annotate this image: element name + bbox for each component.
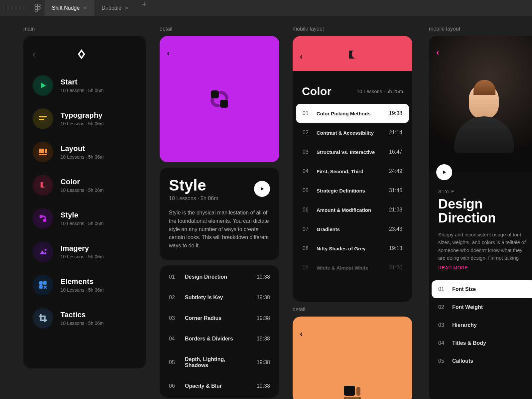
titlebar: Shift Nudge ✕ Dribbble ✕ + <box>0 0 532 16</box>
lesson-row[interactable]: 06Amount & Modification21:98 <box>296 200 409 219</box>
traffic-close-icon[interactable] <box>4 6 9 10</box>
svg-rect-13 <box>220 100 228 108</box>
svg-rect-12 <box>211 90 219 98</box>
section-meta: 10 Lessons · 5h 25m <box>357 88 403 94</box>
lesson-row[interactable]: 03Hierarchy <box>432 316 532 334</box>
lesson-title: Design Direction <box>438 197 529 225</box>
play-button[interactable] <box>436 164 452 180</box>
figma-app-icon <box>34 4 41 12</box>
frame-label-detail2[interactable]: detail <box>293 307 305 313</box>
svg-rect-9 <box>39 281 43 285</box>
back-icon[interactable]: ‹ <box>300 329 303 338</box>
color-card: Color 10 Lessons · 5h 25m 01Color Pickin… <box>293 76 412 277</box>
read-more-link[interactable]: READ MORE <box>438 265 529 270</box>
traffic-minimize-icon[interactable] <box>12 6 17 10</box>
svg-rect-16 <box>344 397 361 399</box>
frame-mobile-direction[interactable]: ‹ STYLE Design Direction Sloppy and inco… <box>429 36 532 399</box>
lesson-row[interactable]: 03Corner Radius19:38 <box>160 308 279 329</box>
back-icon[interactable]: ‹ <box>33 49 36 60</box>
category-meta: 10 Lessons · 5h 06m <box>61 121 104 126</box>
back-icon[interactable]: ‹ <box>167 49 170 58</box>
back-icon[interactable]: ‹ <box>436 47 439 58</box>
lesson-row[interactable]: 07Gradients23:43 <box>296 219 409 239</box>
frame-label-mobile2[interactable]: mobile layout <box>429 26 460 32</box>
direction-hero: ‹ <box>429 36 532 172</box>
tab-strip: Shift Nudge ✕ Dribbble ✕ + <box>45 0 152 16</box>
svg-rect-1 <box>39 116 47 117</box>
eyebrow: STYLE <box>438 189 529 194</box>
lesson-description: Sloppy and inconsistent usage of font si… <box>438 231 529 262</box>
lesson-row[interactable]: 04First, Second, Third24:49 <box>296 162 409 181</box>
lesson-row[interactable]: 02Subtlety is Key19:38 <box>160 287 279 308</box>
new-tab-button[interactable]: + <box>136 0 152 16</box>
frame-detail[interactable]: ‹ Style 10 Lessons · 5h 06m Style is the… <box>160 36 279 398</box>
lesson-row[interactable]: 01Color Picking Methods19:38 <box>296 104 409 123</box>
category-imagery[interactable]: Imagery10 Lessons · 5h 06m <box>29 239 140 265</box>
category-typography[interactable]: Typography10 Lessons · 5h 06m <box>29 106 140 132</box>
category-start[interactable]: Start10 Lessons · 5h 06m <box>29 72 140 98</box>
frame-label-mobile1[interactable]: mobile layout <box>293 26 324 32</box>
category-elements[interactable]: Elements10 Lessons · 5h 06m <box>29 272 140 298</box>
style-hero: ‹ <box>160 36 279 162</box>
svg-rect-7 <box>43 219 46 222</box>
color-lesson-list: 01Color Picking Methods19:38 02Contrast … <box>296 104 409 277</box>
elements-icon <box>33 275 53 295</box>
close-tab-icon[interactable]: ✕ <box>125 5 129 11</box>
lesson-row[interactable]: 05Depth, Lighting, Shadows19:38 <box>160 349 279 376</box>
lesson-row[interactable]: 08Nifty Shades of Grey19:13 <box>296 239 409 258</box>
lesson-row[interactable]: 09White & Almost White21:20 <box>296 258 409 277</box>
tab-dribbble[interactable]: Dribbble ✕ <box>94 0 136 16</box>
traffic-zoom-icon[interactable] <box>20 6 25 10</box>
color-hero: ‹ <box>293 36 412 71</box>
image-icon <box>33 241 53 262</box>
typography-icon <box>33 108 53 129</box>
style-icon <box>206 86 233 112</box>
svg-rect-14 <box>344 386 355 396</box>
section-meta: 10 Lessons · 5h 06m <box>169 196 218 201</box>
section-description: Style is the physical manifestation of a… <box>169 209 270 250</box>
category-meta: 10 Lessons · 5h 06m <box>61 221 104 226</box>
style-card: Style 10 Lessons · 5h 06m Style is the p… <box>160 168 279 260</box>
window-controls <box>4 6 25 10</box>
category-title: Tactics <box>61 311 104 319</box>
swatch-icon <box>33 175 53 196</box>
category-meta: 10 Lessons · 5h 06m <box>61 287 104 293</box>
svg-rect-4 <box>45 149 47 153</box>
svg-rect-5 <box>39 154 47 155</box>
lesson-row[interactable]: 01Design Direction19:38 <box>160 267 279 287</box>
app-logo-icon <box>77 49 85 59</box>
lesson-row[interactable]: 02Font Weight <box>432 298 532 316</box>
lesson-row[interactable]: 06Opacity & Blur19:38 <box>160 376 279 396</box>
category-meta: 10 Lessons · 5h 06m <box>61 321 104 326</box>
category-title: Imagery <box>61 244 104 253</box>
category-list: Start10 Lessons · 5h 06m Typography10 Le… <box>23 72 146 344</box>
direction-lesson-list: 01Font Size 02Font Weight 03Hierarchy 04… <box>429 280 532 370</box>
svg-rect-10 <box>43 281 47 285</box>
frame-label-main[interactable]: main <box>23 26 35 32</box>
back-icon[interactable]: ‹ <box>300 52 303 61</box>
layout-icon <box>342 384 362 399</box>
frame-main[interactable]: ‹ Start10 Lessons · 5h 06m Typography10 … <box>23 36 146 368</box>
category-title: Style <box>61 211 104 219</box>
close-tab-icon[interactable]: ✕ <box>83 5 87 11</box>
category-meta: 10 Lessons · 5h 06m <box>61 88 104 93</box>
lesson-row[interactable]: 05Callouts <box>432 352 532 370</box>
category-meta: 10 Lessons · 5h 06m <box>61 154 104 160</box>
frame-mobile-color[interactable]: ‹ Color 10 Lessons · 5h 25m 01Color Pick… <box>293 36 412 302</box>
lesson-row[interactable]: 02Contrast & Accessibility21:14 <box>296 123 409 142</box>
lesson-row[interactable]: 05Strategic Definitions31:46 <box>296 181 409 200</box>
lesson-row[interactable]: 01Font Size <box>432 280 532 298</box>
lesson-row[interactable]: 03Structural vs. Interactive16:47 <box>296 142 409 162</box>
category-layout[interactable]: Layout10 Lessons · 5h 06m <box>29 139 140 165</box>
lesson-row[interactable]: 04Borders & Dividers19:38 <box>160 329 279 349</box>
frame-label-detail[interactable]: detail <box>160 26 172 32</box>
category-tactics[interactable]: Tactics10 Lessons · 5h 06m <box>29 305 140 331</box>
layout-icon <box>33 142 53 162</box>
category-color[interactable]: Color10 Lessons · 5h 06m <box>29 172 140 198</box>
lesson-row[interactable]: 04Titles & Body <box>432 334 532 352</box>
tab-shift-nudge[interactable]: Shift Nudge ✕ <box>45 0 94 16</box>
figma-canvas[interactable]: main detail mobile layout mobile layout … <box>0 16 532 399</box>
frame-detail-layout[interactable]: ‹ <box>293 317 412 399</box>
category-style[interactable]: Style10 Lessons · 5h 06m <box>29 205 140 231</box>
play-button[interactable] <box>254 181 270 197</box>
